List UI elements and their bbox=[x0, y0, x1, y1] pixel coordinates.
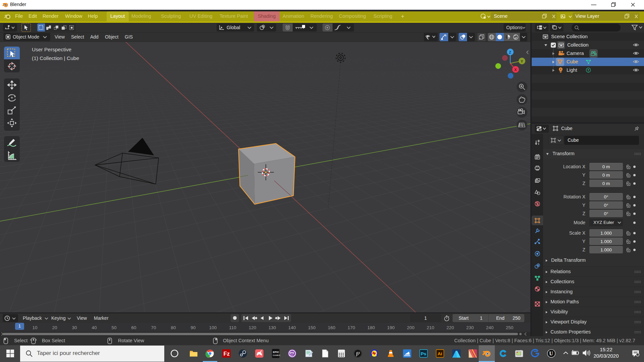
svg-text:U: U bbox=[549, 351, 553, 356]
svg-text:Fz: Fz bbox=[224, 351, 230, 357]
svg-text:com: com bbox=[290, 354, 293, 356]
svg-text:GAMES: GAMES bbox=[273, 354, 280, 356]
svg-text:X: X bbox=[514, 68, 517, 72]
svg-text:β³: β³ bbox=[356, 351, 360, 356]
svg-text:Y: Y bbox=[521, 59, 523, 63]
svg-text:User Perspective: User Perspective bbox=[32, 47, 71, 52]
svg-text:(1) Collection | Cube: (1) Collection | Cube bbox=[32, 55, 79, 61]
svg-text:Ps: Ps bbox=[421, 351, 426, 356]
svg-text:EPIC: EPIC bbox=[273, 351, 279, 354]
svg-text:Z: Z bbox=[509, 50, 511, 54]
svg-text:Ai: Ai bbox=[437, 351, 442, 356]
